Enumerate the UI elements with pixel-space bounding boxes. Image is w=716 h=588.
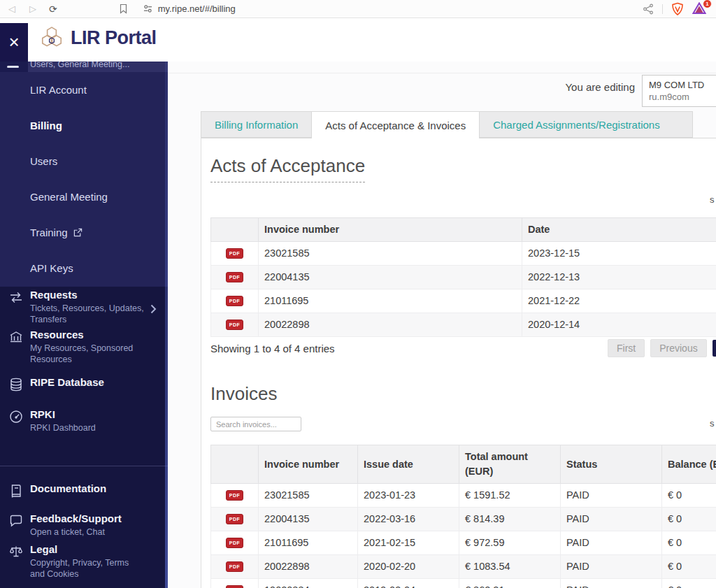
- acts-invoice-column-header[interactable]: Invoice number: [259, 218, 522, 242]
- acts-row: PDF 21011695 2021-12-22: [211, 289, 716, 313]
- acts-date-column-header[interactable]: Date: [522, 218, 716, 242]
- content-divider: [168, 73, 716, 73]
- date-cell: 2023-12-15: [522, 242, 716, 266]
- ripe-hexagons-icon: [39, 26, 64, 50]
- invoices-header-row: Invoice number Issue date Total amount (…: [211, 445, 716, 484]
- acts-icon-column-header: [211, 218, 259, 242]
- acts-header-row: Invoice number Date: [211, 218, 716, 242]
- sidebar-item-lir-account[interactable]: LIR Account: [0, 72, 168, 108]
- site-controls-icon: [143, 4, 152, 13]
- tab-charged-assignments[interactable]: Charged Assignments/Registrations: [480, 111, 692, 138]
- billing-tabs: Billing Information Acts of Acceptance &…: [201, 111, 693, 138]
- browser-toolbar: ◁ ▷ ⟳ my.ripe.net/#/billing: [0, 0, 716, 18]
- database-icon: [8, 377, 24, 395]
- pagination-page-1-button[interactable]: 1: [713, 340, 716, 357]
- gauge-icon: [8, 409, 24, 427]
- acts-search-label-cut: s: [710, 194, 715, 205]
- invoices-total-column-header[interactable]: Total amount (EUR): [459, 445, 561, 484]
- sidebar-item-general-meeting[interactable]: General Meeting: [0, 179, 168, 215]
- pdf-download-icon[interactable]: PDF: [226, 514, 243, 524]
- tab-panel: Acts of Acceptance s Invoice number Date…: [201, 138, 716, 588]
- nav-title: Feedback/Support: [30, 512, 144, 525]
- pdf-download-icon[interactable]: PDF: [226, 561, 243, 572]
- invoices-title: Invoices: [210, 383, 277, 405]
- org-name: M9 COM LTD: [649, 79, 716, 91]
- pdf-cell: PDF: [211, 266, 259, 289]
- pdf-download-icon[interactable]: PDF: [226, 490, 243, 501]
- nav-title: RIPE Database: [30, 376, 144, 389]
- pagination-previous-button[interactable]: Previous: [650, 339, 706, 357]
- sidebar-item-label: Billing: [30, 120, 62, 131]
- invoices-issue-date-column-header[interactable]: Issue date: [358, 445, 459, 484]
- main-content: You are editing M9 COM LTD ru.m9com Bill…: [168, 62, 716, 588]
- sidebar-item-label: Training: [30, 227, 68, 238]
- issue-date-cell: 2019-03-04: [358, 579, 459, 588]
- total-amount-cell: € 1591.52: [459, 484, 561, 508]
- invoices-status-column-header[interactable]: Status: [561, 445, 662, 484]
- sidebar-item-billing[interactable]: Billing: [0, 108, 168, 143]
- invoices-search-input[interactable]: [210, 417, 301, 431]
- pdf-download-icon[interactable]: PDF: [226, 585, 243, 588]
- org-selector[interactable]: M9 COM LTD ru.m9com: [642, 75, 716, 107]
- scales-icon: [8, 544, 24, 562]
- app-header: × LIR Portal: [0, 19, 716, 62]
- acts-entries-summary: Showing 1 to 4 of 4 entries: [210, 343, 335, 354]
- close-menu-button[interactable]: ×: [0, 23, 28, 62]
- tab-acts-invoices[interactable]: Acts of Acceptance & Invoices: [312, 111, 480, 138]
- chevron-right-icon[interactable]: [150, 304, 157, 317]
- sidebar-item-training[interactable]: Training: [0, 215, 168, 250]
- status-cell: PAID: [561, 579, 662, 588]
- sidebar-item-documentation[interactable]: Documentation: [0, 482, 168, 495]
- sidebar-item-requests[interactable]: Requests Tickets, Resources, Updates, Tr…: [0, 289, 168, 325]
- toolbar-divider: [662, 4, 663, 14]
- pdf-download-icon[interactable]: PDF: [226, 272, 243, 282]
- bookmark-icon[interactable]: [119, 3, 128, 14]
- app-logo[interactable]: LIR Portal: [39, 26, 157, 50]
- nav-subtitle: Open a ticket, Chat: [30, 526, 144, 538]
- issue-date-cell: 2023-01-23: [358, 484, 459, 508]
- pdf-cell: PDF: [211, 242, 259, 266]
- pdf-cell: PDF: [211, 579, 259, 588]
- invoice-number-cell: 20022898: [259, 313, 522, 337]
- browser-forward-icon[interactable]: ▷: [29, 4, 36, 13]
- transfer-icon: [8, 289, 24, 308]
- invoice-row: PDF 21011695 2021-02-15 € 972.59 PAID € …: [211, 531, 716, 555]
- sidebar-item-label: General Meeting: [30, 191, 108, 203]
- sidebar-item-ripe-database[interactable]: RIPE Database: [0, 376, 168, 389]
- sidebar-item-legal[interactable]: Legal Copyright, Privacy, Terms and Cook…: [0, 543, 168, 580]
- pagination-first-button[interactable]: First: [608, 339, 645, 357]
- sidebar-submenu: LIR Account Billing Users General Meetin…: [0, 72, 168, 287]
- sidebar-overflow-item[interactable]: Users, General Meeting...: [0, 62, 168, 72]
- sidebar-item-rpki[interactable]: RPKI RPKI Dashboard: [0, 408, 168, 433]
- invoice-row: PDF 22004135 2022-03-16 € 814.39 PAID € …: [211, 508, 716, 531]
- brave-shield-icon[interactable]: [671, 2, 684, 16]
- invoices-invoice-column-header[interactable]: Invoice number: [259, 445, 358, 484]
- nav-title: Requests: [30, 289, 144, 301]
- date-cell: 2022-12-13: [522, 266, 716, 289]
- pdf-download-icon[interactable]: PDF: [226, 296, 243, 306]
- tab-billing-information[interactable]: Billing Information: [201, 111, 312, 138]
- acts-table: Invoice number Date PDF 23021585 2023-12…: [210, 217, 716, 337]
- sidebar-item-resources[interactable]: Resources My Resources, Sponsored Resour…: [0, 329, 168, 365]
- invoices-search-label-cut: s: [710, 418, 715, 429]
- share-icon[interactable]: [643, 3, 654, 15]
- extension-icon[interactable]: 1: [692, 2, 708, 16]
- browser-actions: 1: [643, 2, 708, 16]
- url-bar[interactable]: my.ripe.net/#/billing: [143, 3, 643, 14]
- sidebar-item-label: API Keys: [30, 262, 73, 274]
- pdf-download-icon[interactable]: PDF: [226, 248, 243, 259]
- pdf-download-icon[interactable]: PDF: [226, 538, 243, 548]
- balance-cell: € 0: [662, 579, 716, 588]
- browser-reload-icon[interactable]: ⟳: [49, 4, 57, 14]
- invoices-balance-column-header[interactable]: Balance (EUR): [662, 445, 716, 484]
- pdf-download-icon[interactable]: PDF: [226, 320, 243, 330]
- sidebar-item-feedback-support[interactable]: Feedback/Support Open a ticket, Chat: [0, 512, 168, 538]
- sidebar-item-api-keys[interactable]: API Keys: [0, 250, 168, 286]
- sidebar-item-users[interactable]: Users: [0, 143, 168, 179]
- issue-date-cell: 2022-03-16: [358, 508, 459, 531]
- sidebar-divider: [0, 466, 168, 466]
- browser-back-icon[interactable]: ◁: [8, 4, 15, 13]
- book-icon: [8, 483, 24, 501]
- sidebar-item-label: Users: [30, 155, 57, 167]
- balance-cell: € 0: [662, 508, 716, 531]
